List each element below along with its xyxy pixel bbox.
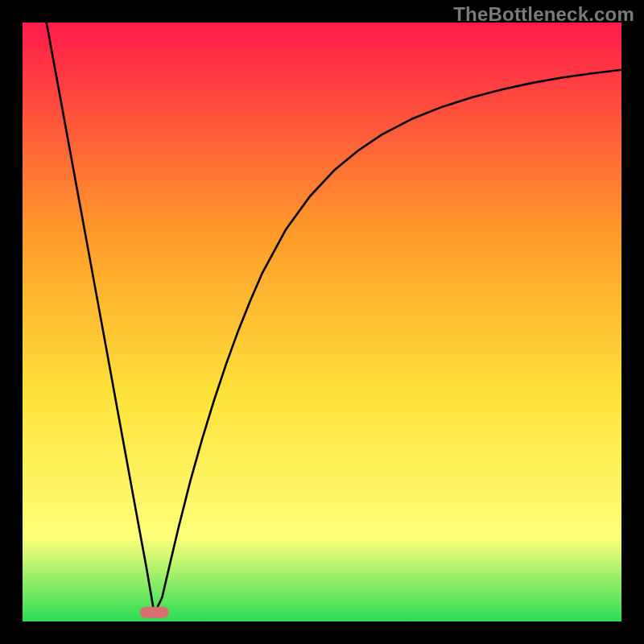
plot-frame <box>23 23 621 621</box>
optimum-marker <box>140 607 169 618</box>
gradient-background <box>23 23 621 621</box>
watermark-text: TheBottleneck.com <box>453 3 634 26</box>
bottleneck-chart <box>23 23 621 621</box>
